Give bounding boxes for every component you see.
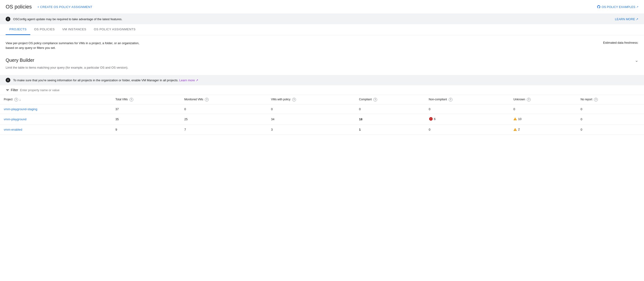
info-icon2: i [6,78,10,83]
tabs-container: PROJECTS OS POLICIES VM INSTANCES OS POL… [0,24,644,35]
project-cell-2: vmm-playground [0,114,112,125]
no-report-cell-3: 0 [577,125,644,135]
no-report-cell-2: 0 [577,114,644,125]
unknown-cell-2: ! 10 [510,114,577,125]
compliant-cell-3: 1 [355,125,425,135]
project-cell-1: vmm-playground-staging [0,105,112,114]
github-icon [597,5,600,9]
table-row: vmm-enabled 9 7 3 1 0 ! 2 0 [0,125,644,135]
total-vms-cell-3: 9 [112,125,180,135]
filter-label: Filter [11,88,18,92]
table-row: vmm-playground-staging 37 0 0 0 0 0 0 [0,105,644,114]
examples-link-label: OS POLICY EXAMPLES [602,5,635,9]
project-help-icon[interactable]: ? [14,98,18,102]
col-vms-with-policy: VMs with policy ? [267,95,355,105]
content-area: View per-project OS policy compliance su… [0,35,644,69]
table-container: Project ? ↓ Total VMs ? Monitored VMs ? … [0,95,644,135]
info-banner-text: OSConfig agent update may be required to… [13,17,612,21]
total-vms-cell-2: 35 [112,114,180,125]
tab-os-policies[interactable]: OS POLICIES [30,24,58,35]
description-text: View per-project OS policy compliance su… [6,41,146,50]
project-link-3[interactable]: vmm-enabled [4,128,22,131]
info-icon: i [6,17,10,21]
learn-more-link[interactable]: LEARN MORE ↗ [615,17,638,21]
info-banner2-learn-more-link[interactable]: Learn more ↗ [179,79,198,82]
description-row: View per-project OS policy compliance su… [6,41,638,50]
non-compliant-cell-2: ! 6 [425,114,510,125]
header-right: OS POLICY EXAMPLES ↗ [597,5,638,9]
table-row: vmm-playground 35 25 34 18 ! 6 ! [0,114,644,125]
filter-input[interactable] [20,88,638,92]
info-banner2-text: To make sure that you're seeing informat… [13,79,198,82]
query-builder-title: Query Builder [6,58,34,63]
col-compliant: Compliant ? [355,95,425,105]
info-banner2-external-icon: ↗ [196,79,198,82]
monitored-vms-cell-3: 7 [180,125,267,135]
query-builder-subtitle: Limit the table to items matching your q… [6,66,638,69]
table-header-row: Project ? ↓ Total VMs ? Monitored VMs ? … [0,95,644,105]
col-monitored-vms: Monitored VMs ? [180,95,267,105]
monitored-vms-help-icon[interactable]: ? [205,98,209,102]
project-link-2[interactable]: vmm-playground [4,117,26,121]
query-builder-header[interactable]: Query Builder ⌄ [6,56,638,65]
vms-with-policy-cell-2: 34 [267,114,355,125]
tab-os-policy-assignments[interactable]: OS POLICY ASSIGNMENTS [90,24,140,35]
non-compliant-cell-1: 0 [425,105,510,114]
compliant-cell-1: 0 [355,105,425,114]
col-project: Project ? ↓ [0,95,112,105]
compliant-cell-2: 18 [355,114,425,125]
table-body: vmm-playground-staging 37 0 0 0 0 0 0 vm… [0,105,644,135]
error-icon: ! [429,117,433,121]
tab-projects[interactable]: PROJECTS [6,24,30,35]
unknown-cell-3: ! 2 [510,125,577,135]
vms-with-policy-cell-1: 0 [267,105,355,114]
svg-text:!: ! [430,117,431,120]
col-unknown: Unknown ? [510,95,577,105]
monitored-vms-cell-2: 25 [180,114,267,125]
non-compliant-cell-3: 0 [425,125,510,135]
col-total-vms: Total VMs ? [112,95,180,105]
page-header: OS policies + CREATE OS POLICY ASSIGNMEN… [0,0,644,14]
svg-text:!: ! [515,129,516,131]
compliant-help-icon[interactable]: ? [374,98,377,102]
tab-vm-instances[interactable]: VM INSTANCES [58,24,90,35]
total-vms-cell-1: 37 [112,105,180,114]
svg-text:!: ! [515,118,516,121]
data-freshness-label: Estimated data freshness: [603,41,638,44]
learn-more-label: LEARN MORE [615,17,635,21]
external-link-icon: ↗ [636,6,638,9]
table-header: Project ? ↓ Total VMs ? Monitored VMs ? … [0,95,644,105]
unknown-help-icon[interactable]: ? [527,98,531,102]
non-compliant-help-icon[interactable]: ? [449,98,452,102]
vms-with-policy-cell-3: 3 [267,125,355,135]
project-link-1[interactable]: vmm-playground-staging [4,107,37,111]
project-cell-3: vmm-enabled [0,125,112,135]
info-banner: i OSConfig agent update may be required … [0,14,644,24]
unknown-badge-3: ! 2 [513,128,520,131]
projects-table: Project ? ↓ Total VMs ? Monitored VMs ? … [0,95,644,135]
filter-label-container: Filter [6,88,18,92]
page-title: OS policies [6,4,32,10]
project-sort-icon[interactable]: ↓ [19,98,21,102]
non-compliant-badge-2: ! 6 [429,117,436,121]
create-os-policy-label: + CREATE OS POLICY ASSIGNMENT [37,5,92,9]
unknown-badge-2: ! 10 [513,117,521,121]
query-builder: Query Builder ⌄ Limit the table to items… [6,56,638,69]
no-report-cell-1: 0 [577,105,644,114]
filter-bar: Filter [0,85,644,95]
create-os-policy-link[interactable]: + CREATE OS POLICY ASSIGNMENT [37,5,92,9]
col-non-compliant: Non-compliant ? [425,95,510,105]
total-vms-help-icon[interactable]: ? [130,98,133,102]
warning-triangle-icon: ! [513,128,517,131]
vms-with-policy-help-icon[interactable]: ? [292,98,296,102]
no-report-help-icon[interactable]: ? [594,98,598,102]
col-no-report: No report ? [577,95,644,105]
monitored-vms-cell-1: 0 [180,105,267,114]
learn-more-external-icon: ↗ [636,17,638,21]
os-policy-examples-link[interactable]: OS POLICY EXAMPLES ↗ [597,5,638,9]
unknown-cell-1: 0 [510,105,577,114]
filter-icon [6,88,10,92]
warning-triangle-icon: ! [513,117,517,121]
info-banner2: i To make sure that you're seeing inform… [0,75,644,85]
chevron-down-icon: ⌄ [635,58,638,63]
